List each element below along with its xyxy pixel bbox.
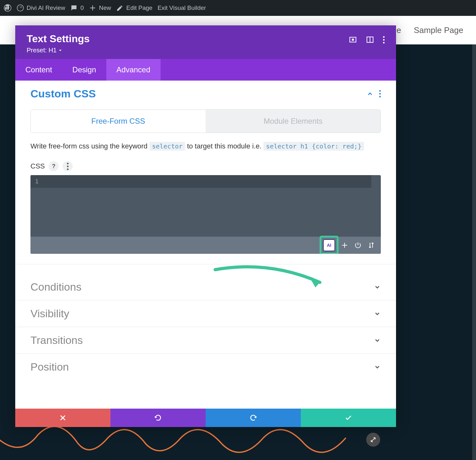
tab-design[interactable]: Design bbox=[62, 59, 106, 81]
undo-icon bbox=[154, 414, 162, 422]
section-header-custom-css[interactable]: Custom CSS bbox=[15, 81, 396, 107]
comments-link[interactable]: 0 bbox=[70, 4, 84, 12]
section-title-position: Position bbox=[30, 361, 69, 373]
css-code-editor[interactable]: 1 AI bbox=[30, 175, 381, 254]
chevron-down-icon bbox=[374, 337, 381, 344]
comments-count: 0 bbox=[80, 4, 84, 11]
line-number: 1 bbox=[30, 175, 43, 188]
help-icon[interactable]: ? bbox=[49, 161, 59, 171]
ai-button[interactable]: AI bbox=[323, 239, 335, 251]
section-header-visibility[interactable]: Visibility bbox=[15, 300, 396, 327]
cancel-button[interactable] bbox=[15, 409, 110, 427]
modal-title: Text Settings bbox=[27, 33, 349, 45]
section-transitions: Transitions bbox=[15, 327, 396, 354]
dashboard-icon bbox=[17, 4, 24, 12]
save-button[interactable] bbox=[301, 409, 396, 427]
check-icon bbox=[345, 414, 352, 422]
section-custom-css: Custom CSS Free-Form CSS Module Elements… bbox=[15, 81, 396, 264]
section-header-position[interactable]: Position bbox=[15, 354, 396, 380]
site-title: Divi AI Review bbox=[27, 4, 65, 11]
pencil-icon bbox=[116, 4, 124, 12]
tab-content[interactable]: Content bbox=[15, 59, 62, 81]
section-title-transitions: Transitions bbox=[30, 334, 83, 346]
plus-icon[interactable] bbox=[341, 241, 348, 249]
preset-dropdown[interactable]: Preset: H1 bbox=[27, 47, 349, 54]
editor-active-line bbox=[43, 175, 371, 188]
close-icon bbox=[59, 414, 67, 422]
section-header-transitions[interactable]: Transitions bbox=[15, 327, 396, 353]
subtab-freeform-css[interactable]: Free-Form CSS bbox=[31, 110, 206, 133]
power-icon[interactable] bbox=[354, 241, 362, 249]
new-label: New bbox=[99, 4, 111, 11]
plus-icon bbox=[89, 4, 96, 12]
field-options-icon[interactable] bbox=[63, 161, 73, 171]
module-settings-modal: Text Settings Preset: H1 Content Design … bbox=[15, 25, 396, 427]
resize-handle[interactable] bbox=[366, 433, 380, 447]
resize-icon bbox=[370, 436, 377, 443]
section-conditions: Conditions bbox=[15, 274, 396, 300]
chevron-down-icon bbox=[374, 284, 381, 291]
preset-label: Preset: H1 bbox=[27, 47, 56, 54]
wp-logo[interactable] bbox=[4, 4, 11, 12]
redo-button[interactable] bbox=[206, 409, 301, 427]
new-content-link[interactable]: New bbox=[89, 4, 111, 12]
section-title-visibility: Visibility bbox=[30, 307, 69, 320]
chevron-up-icon bbox=[367, 90, 374, 97]
sort-icon[interactable] bbox=[367, 241, 375, 249]
comment-icon bbox=[70, 4, 78, 12]
css-subtabs: Free-Form CSS Module Elements bbox=[30, 109, 381, 133]
section-title-conditions: Conditions bbox=[30, 281, 82, 293]
section-options-icon[interactable] bbox=[379, 90, 381, 97]
more-options-icon[interactable] bbox=[383, 36, 385, 43]
svg-rect-3 bbox=[352, 39, 354, 41]
modal-footer bbox=[15, 409, 396, 427]
edit-page-label: Edit Page bbox=[126, 4, 152, 11]
caret-down-icon bbox=[58, 49, 62, 52]
site-name-link[interactable]: Divi AI Review bbox=[17, 4, 65, 12]
section-position: Position bbox=[15, 354, 396, 380]
scrollbar-track[interactable] bbox=[472, 44, 476, 460]
wordpress-icon bbox=[4, 4, 11, 12]
subtab-module-elements[interactable]: Module Elements bbox=[206, 110, 380, 133]
section-content-custom-css: Free-Form CSS Module Elements Write free… bbox=[15, 109, 396, 264]
edit-page-link[interactable]: Edit Page bbox=[116, 4, 152, 12]
chevron-down-icon bbox=[374, 364, 381, 371]
editor-toolbar: AI bbox=[30, 237, 381, 254]
exit-visual-builder-link[interactable]: Exit Visual Builder bbox=[157, 4, 206, 11]
css-description: Write free-form css using the keyword se… bbox=[30, 141, 381, 152]
modal-body: Custom CSS Free-Form CSS Module Elements… bbox=[15, 81, 396, 409]
redo-icon bbox=[249, 414, 257, 422]
section-visibility: Visibility bbox=[15, 300, 396, 327]
exit-vb-label: Exit Visual Builder bbox=[157, 4, 206, 11]
tab-advanced[interactable]: Advanced bbox=[106, 59, 161, 81]
section-header-conditions[interactable]: Conditions bbox=[15, 274, 396, 300]
wp-admin-bar: Divi AI Review 0 New Edit Page Exit Visu… bbox=[0, 0, 476, 16]
section-title-custom-css: Custom CSS bbox=[30, 88, 96, 100]
chevron-down-icon bbox=[374, 310, 381, 317]
code-sample-full: selector h1 {color: red;} bbox=[263, 142, 364, 151]
css-label: CSS bbox=[30, 162, 45, 170]
css-field-label-row: CSS ? bbox=[30, 161, 381, 171]
decorative-squiggle bbox=[0, 422, 476, 460]
undo-button[interactable] bbox=[110, 409, 206, 427]
nav-sample-page[interactable]: Sample Page bbox=[414, 25, 463, 35]
modal-tabs: Content Design Advanced bbox=[15, 59, 396, 81]
split-view-icon[interactable] bbox=[366, 36, 374, 44]
responsive-icon[interactable] bbox=[349, 36, 357, 44]
code-sample-selector: selector bbox=[149, 142, 185, 151]
modal-header: Text Settings Preset: H1 bbox=[15, 25, 396, 59]
